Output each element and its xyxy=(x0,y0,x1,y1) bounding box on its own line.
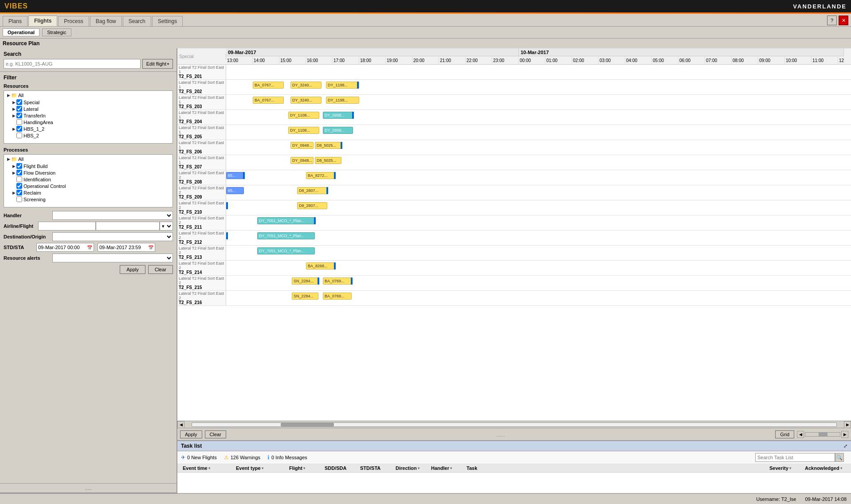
tree-item-transferin[interactable]: ▶ TransferIn xyxy=(5,112,172,119)
tab-search[interactable]: Search xyxy=(123,16,151,26)
col-acknowledged[interactable]: Acknowledged ▾ xyxy=(803,465,847,471)
flight-block[interactable]: SN_2284... xyxy=(292,293,318,300)
timeline-row[interactable]: Lateral T2 Final Sort East 1T2_FS_205DY_… xyxy=(177,125,851,140)
flight-block[interactable]: D8_5025... xyxy=(315,157,341,164)
timeline-row[interactable]: Lateral T2 Final Sort East 1T2_FS_206DY_… xyxy=(177,140,851,155)
flight-block[interactable]: DY_0948... xyxy=(290,142,314,149)
timeline-row[interactable]: Lateral T2 Final Sort East 1T2_FS_204DY_… xyxy=(177,110,851,125)
hbs12-checkbox[interactable] xyxy=(16,126,22,132)
tree-item-opcontrol[interactable]: Operational Control xyxy=(5,183,172,189)
tree-toggle-icon[interactable]: ▶ xyxy=(11,100,16,105)
screening-checkbox[interactable] xyxy=(16,196,22,202)
flight-block[interactable]: DY_0998... xyxy=(323,112,353,119)
tree-toggle-icon[interactable]: ▶ xyxy=(6,93,11,98)
std-sta-from-input[interactable] xyxy=(38,245,87,250)
std-sta-to-input[interactable] xyxy=(99,245,148,250)
flight-block[interactable]: DY_0948... xyxy=(290,157,314,164)
flight-block[interactable] xyxy=(357,82,359,89)
timeline-row[interactable]: Lateral T2 Final Sort East 2T2_FS_214BA_… xyxy=(177,261,851,276)
tree-toggle-icon[interactable]: ▶ xyxy=(11,106,16,112)
tab-flights[interactable]: Flights xyxy=(28,16,57,26)
flight-block[interactable] xyxy=(226,232,228,239)
timeline-row[interactable]: Lateral T2 Final Sort East 2T2_FS_20865.… xyxy=(177,170,851,185)
identification-checkbox[interactable] xyxy=(16,176,22,182)
flight-block[interactable]: DY_1198... xyxy=(326,97,359,104)
flight-block[interactable] xyxy=(314,217,316,224)
flight-block[interactable]: DY_1108... xyxy=(288,112,319,119)
flight-block[interactable]: DY_0998... xyxy=(323,127,353,134)
flight-block[interactable]: BA_0767... xyxy=(253,97,284,104)
tree-toggle-icon[interactable]: ▶ xyxy=(6,156,11,162)
timeline-row[interactable]: Lateral T2 Final Sort East 2T2_FS_212DY_… xyxy=(177,231,851,246)
reclaim-checkbox[interactable] xyxy=(16,190,22,195)
col-std-sta[interactable]: STD/STA xyxy=(358,465,394,471)
col-sdd-sda[interactable]: SDD/SDA xyxy=(323,465,358,471)
flight-block[interactable]: D8_2807... xyxy=(297,202,327,209)
flight-block[interactable] xyxy=(341,142,342,149)
col-severity[interactable]: Severity ▾ xyxy=(768,465,803,471)
tree-item-identification[interactable]: Identification xyxy=(5,176,172,183)
tree-item-hbs2[interactable]: HBS_2 xyxy=(5,132,172,139)
timeline-row[interactable]: Lateral T2 Final Sort East 2T2_FS_210D8_… xyxy=(177,200,851,215)
zoom-in-icon[interactable]: ▶ xyxy=(841,431,848,438)
grid-button[interactable]: Grid xyxy=(775,430,794,438)
tree-item-all-processes[interactable]: ▶ 📁 All xyxy=(5,156,172,163)
flight-block[interactable]: DY_3240... xyxy=(290,82,322,89)
calendar-from-icon[interactable]: 📅 xyxy=(87,245,92,250)
zoom-slider-thumb[interactable] xyxy=(819,433,827,436)
flight-block[interactable]: DY_7051_MCO_*_Plan... xyxy=(257,232,315,239)
timeline-apply-button[interactable]: Apply xyxy=(180,430,202,438)
flightbuild-checkbox[interactable] xyxy=(16,163,22,169)
expand-icon[interactable]: ⤢ xyxy=(843,443,847,449)
timeline-row[interactable]: Lateral T2 Final Sort East 1T2_FS_207DY_… xyxy=(177,155,851,170)
tree-toggle-icon[interactable]: ▶ xyxy=(11,126,16,132)
sub-tab-strategic[interactable]: Strategic xyxy=(42,28,71,36)
timeline-row[interactable]: Lateral T2 Final Sort East 2T2_FS_215SN_… xyxy=(177,276,851,291)
tree-toggle-icon[interactable]: ▶ xyxy=(11,113,16,118)
flight-block[interactable]: 65... xyxy=(226,172,244,179)
flowdiversion-checkbox[interactable] xyxy=(16,170,22,176)
timeline-row[interactable]: Lateral T2 Final Sort East 1T2_FS_202BA_… xyxy=(177,80,851,95)
search-input[interactable] xyxy=(4,59,141,69)
hbs2-checkbox[interactable] xyxy=(16,133,22,138)
scroll-right-icon[interactable]: ▶ xyxy=(844,421,851,428)
flight-block[interactable]: BA_0769... xyxy=(323,277,352,285)
flight-block[interactable]: DY_1198... xyxy=(326,82,359,89)
tree-item-screening[interactable]: Screening xyxy=(5,196,172,203)
col-direction[interactable]: Direction ▾ xyxy=(394,465,429,471)
flight-block[interactable] xyxy=(334,172,336,179)
flight-block[interactable]: DY_7051_MCO_*_Plan... xyxy=(257,217,315,224)
flight-block[interactable] xyxy=(351,277,353,285)
tab-bag-flow[interactable]: Bag flow xyxy=(90,16,122,26)
tree-item-lateral[interactable]: ▶ Lateral xyxy=(5,105,172,112)
handlingarea-checkbox[interactable] xyxy=(16,119,22,125)
scrollbar-thumb[interactable] xyxy=(281,423,334,426)
exit-button[interactable]: ✕ xyxy=(839,16,848,25)
flight-block[interactable] xyxy=(352,112,354,119)
tree-item-flowdiversion[interactable]: ▶ Flow Diversion xyxy=(5,169,172,176)
flight-block[interactable]: BA_0769... xyxy=(323,293,352,300)
flight-select[interactable]: ▾ xyxy=(160,222,173,231)
task-search-button[interactable]: 🔍 xyxy=(835,453,844,462)
opcontrol-checkbox[interactable] xyxy=(16,183,22,189)
tree-item-hbs12[interactable]: ▶ HBS_1_2 xyxy=(5,125,172,132)
handler-select[interactable] xyxy=(52,211,173,220)
flight-block[interactable]: D8_5025... xyxy=(315,142,341,149)
timeline-row[interactable]: Lateral T2 Final Sort East 2T2_FS_213DY_… xyxy=(177,246,851,261)
flight-block[interactable] xyxy=(318,277,319,285)
col-task[interactable]: Task xyxy=(465,465,768,471)
tab-plans[interactable]: Plans xyxy=(3,16,27,26)
flight-block[interactable]: DY_1108... xyxy=(288,127,319,134)
transferin-checkbox[interactable] xyxy=(16,113,22,118)
flight-block[interactable] xyxy=(334,262,336,270)
timeline-clear-button[interactable]: Clear xyxy=(205,430,226,438)
timeline-row[interactable]: Lateral T2 Final Sort East 1T2_FS_201 xyxy=(177,65,851,80)
flight-block[interactable]: BA_0767... xyxy=(253,82,284,89)
calendar-to-icon[interactable]: 📅 xyxy=(148,245,153,250)
flight-block[interactable] xyxy=(326,187,328,194)
sub-tab-operational[interactable]: Operational xyxy=(3,28,39,36)
tree-item-all-resources[interactable]: ▶ 📁 All xyxy=(5,92,172,99)
col-event-type[interactable]: Event type ▾ xyxy=(234,465,287,471)
help-button[interactable]: ? xyxy=(827,16,837,25)
resource-alerts-select[interactable] xyxy=(52,254,173,262)
